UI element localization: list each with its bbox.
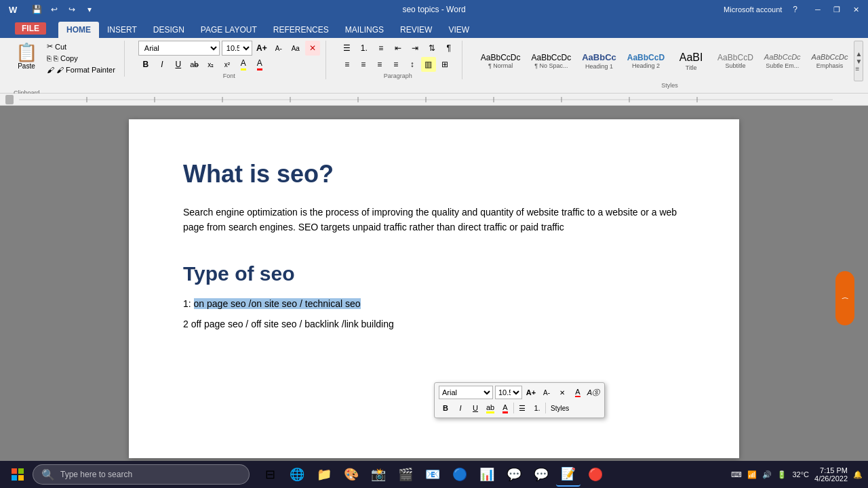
font-family-select[interactable]: Arial xyxy=(138,41,220,56)
more-button[interactable]: ▾ xyxy=(83,4,96,15)
font-grow-button[interactable]: A+ xyxy=(254,41,269,56)
style-emphasis[interactable]: AaBbCcDc Emphasis xyxy=(807,51,853,70)
excel-button[interactable]: 📊 xyxy=(475,462,499,487)
help-button[interactable]: ? xyxy=(793,5,797,14)
italic-button[interactable]: I xyxy=(155,57,170,72)
mini-bold-button[interactable]: B xyxy=(439,401,452,415)
align-left-button[interactable]: ≡ xyxy=(340,57,355,72)
teams-button[interactable]: 💬 xyxy=(502,462,526,487)
mini-styles-button[interactable]: Aⓢ xyxy=(587,386,600,399)
premiere-button[interactable]: 📸 xyxy=(366,462,391,487)
chrome-button[interactable]: 🔵 xyxy=(448,462,472,487)
style-no-space[interactable]: AaBbCcDc ¶ No Spac... xyxy=(527,51,576,71)
mini-italic-button[interactable]: I xyxy=(454,401,467,415)
clock-display[interactable]: 7:15 PM 4/26/2022 xyxy=(814,466,848,483)
cut-button[interactable]: ✂Cut xyxy=(43,41,119,52)
mini-styles-label[interactable]: Styles xyxy=(547,403,572,413)
mini-font-color-button[interactable]: A xyxy=(571,386,585,399)
font-shrink-button[interactable]: A- xyxy=(271,41,286,56)
tab-home[interactable]: HOME xyxy=(58,22,99,38)
paste-button[interactable]: 📋 Paste xyxy=(11,41,42,72)
photoshop-button[interactable]: 🎨 xyxy=(339,462,363,487)
mini-highlight-button[interactable]: ab xyxy=(484,401,497,415)
bold-button[interactable]: B xyxy=(138,57,153,72)
line-spacing-button[interactable]: ↕ xyxy=(405,57,420,72)
redo-button[interactable]: ↪ xyxy=(65,4,79,15)
style-subtle-emphasis[interactable]: AaBbCcDc Subtle Em... xyxy=(760,51,806,70)
document-body-text[interactable]: Search engine optimization is the proces… xyxy=(183,205,685,235)
style-heading1[interactable]: AaBbCc Heading 1 xyxy=(577,50,621,72)
outlook-button[interactable]: 📧 xyxy=(420,462,445,487)
change-case-button[interactable]: Aa xyxy=(288,41,303,56)
tab-view[interactable]: VIEW xyxy=(440,22,477,38)
mini-font-color2-button[interactable]: A xyxy=(498,401,512,415)
mini-size-select[interactable]: 10.5 xyxy=(495,386,522,399)
decrease-indent-button[interactable]: ⇤ xyxy=(391,41,406,56)
start-button[interactable] xyxy=(5,462,30,487)
whatsapp-button[interactable]: 💬 xyxy=(529,462,553,487)
svg-rect-11 xyxy=(12,468,17,474)
edge-button[interactable]: 🌐 xyxy=(285,462,309,487)
underline-button[interactable]: U xyxy=(171,57,186,72)
task-view-button[interactable]: ⊟ xyxy=(258,462,282,487)
aftereffects-button[interactable]: 🎬 xyxy=(393,462,418,487)
document-heading2[interactable]: Type of seo xyxy=(183,262,685,285)
tab-insert[interactable]: INSERT xyxy=(99,22,145,38)
tab-file[interactable]: FILE xyxy=(5,19,56,38)
explorer-button[interactable]: 📁 xyxy=(312,462,336,487)
multilevel-list-button[interactable]: ≡ xyxy=(374,41,389,56)
borders-button[interactable]: ⊞ xyxy=(437,57,452,72)
bullets-button[interactable]: ☰ xyxy=(340,41,355,56)
text-highlight-button[interactable]: A xyxy=(236,57,251,72)
font-color-button[interactable]: A xyxy=(252,57,267,72)
close-button[interactable]: ✕ xyxy=(849,4,863,15)
sort-button[interactable]: ⇅ xyxy=(425,41,439,56)
show-marks-button[interactable]: ¶ xyxy=(441,41,456,56)
format-painter-button[interactable]: 🖌🖌 Format Painter xyxy=(43,64,119,75)
numbering-button[interactable]: 1. xyxy=(357,41,372,56)
word-taskbar-button[interactable]: 📝 xyxy=(556,462,580,487)
mini-grow-button[interactable]: A+ xyxy=(524,386,538,399)
orange-side-button[interactable]: ⟨ xyxy=(835,271,854,325)
shading-button[interactable]: ▥ xyxy=(421,57,436,72)
mini-numbering-button[interactable]: 1. xyxy=(530,401,544,415)
document-heading1[interactable]: What is seo? xyxy=(183,160,685,188)
taskbar-search[interactable]: 🔍 Type here to search xyxy=(33,464,250,485)
mini-underline-button[interactable]: U xyxy=(469,401,482,415)
list-item-2[interactable]: 2 off page seo / off site seo / backlink… xyxy=(183,317,685,331)
tab-mailings[interactable]: MAILINGS xyxy=(337,22,392,38)
font-size-select[interactable]: 10.5 xyxy=(222,41,252,56)
align-right-button[interactable]: ≡ xyxy=(372,57,387,72)
subscript-button[interactable]: x₂ xyxy=(203,57,218,72)
tab-review[interactable]: REVIEW xyxy=(392,22,440,38)
style-normal[interactable]: AaBbCcDc ¶ Normal xyxy=(476,51,526,71)
list-item-1[interactable]: 1: on page seo /on site seo / technical … xyxy=(183,296,685,311)
mini-bullets-button[interactable]: ☰ xyxy=(515,401,529,415)
undo-button[interactable]: ↩ xyxy=(47,4,61,15)
style-title[interactable]: AaBI Title xyxy=(671,49,711,73)
tab-page-layout[interactable]: PAGE LAYOUT xyxy=(193,22,265,38)
tab-design[interactable]: DESIGN xyxy=(145,22,193,38)
justify-button[interactable]: ≡ xyxy=(389,57,403,72)
tab-references[interactable]: REFERENCES xyxy=(265,22,337,38)
mini-shrink-button[interactable]: A- xyxy=(540,386,553,399)
screentool-button[interactable]: 🔴 xyxy=(583,462,608,487)
save-button[interactable]: 💾 xyxy=(30,4,43,15)
account-label[interactable]: Microsoft account xyxy=(724,5,782,14)
notifications-button[interactable]: 🔔 xyxy=(853,470,863,479)
increase-indent-button[interactable]: ⇥ xyxy=(408,41,422,56)
document-page[interactable]: What is seo? Search engine optimization … xyxy=(129,119,739,458)
copy-button[interactable]: ⎘⎘ Copy xyxy=(43,53,119,64)
mini-font-select[interactable]: Arial xyxy=(439,386,493,399)
strikethrough-button[interactable]: ab̶ xyxy=(187,57,202,72)
minimize-button[interactable]: ─ xyxy=(811,4,825,15)
align-center-button[interactable]: ≡ xyxy=(356,57,371,72)
style-subtitle[interactable]: AaBbCcD Subtitle xyxy=(713,51,758,71)
styles-scroll-up[interactable]: ▲▼≡ xyxy=(854,41,863,81)
restore-button[interactable]: ❐ xyxy=(830,4,844,15)
style-heading2[interactable]: AaBbCcD Heading 2 xyxy=(623,51,669,71)
mini-clear-button[interactable]: ✕ xyxy=(555,386,569,399)
superscript-button[interactable]: x² xyxy=(220,57,235,72)
clear-format-button[interactable]: ✕ xyxy=(305,41,320,56)
search-input[interactable]: Type here to search xyxy=(60,470,132,479)
